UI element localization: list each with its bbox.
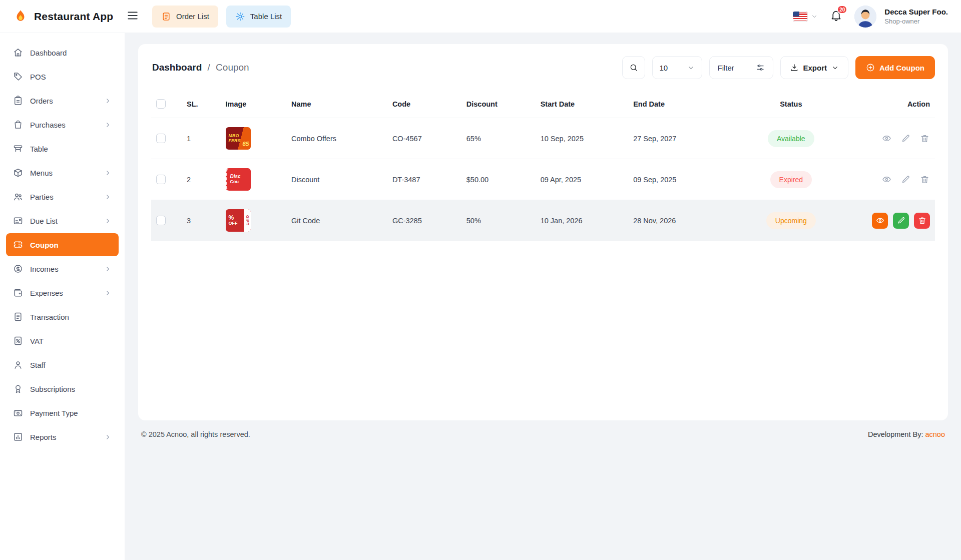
- sidebar-item-table[interactable]: Table: [6, 137, 119, 160]
- sidebar-item-parties[interactable]: Parties: [6, 185, 119, 208]
- coupon-discount: 50%: [466, 217, 481, 225]
- col-sl: SL.: [182, 92, 220, 118]
- sidebar-item-dashboard[interactable]: Dashboard: [6, 41, 119, 64]
- coupon-code: GC-3285: [392, 217, 422, 225]
- sidebar-item-label: Payment Type: [30, 409, 78, 417]
- table-row[interactable]: 2 Disc Cou Discount DT-3487 $50.00 09 Ap…: [151, 159, 935, 200]
- table-icon: [13, 144, 23, 154]
- export-label: Export: [803, 64, 827, 72]
- sidebar-item-expenses[interactable]: Expenses: [6, 281, 119, 304]
- sidebar-item-label: Menus: [30, 169, 53, 177]
- select-all-checkbox[interactable]: [156, 99, 166, 109]
- sidebar-item-label: Reports: [30, 433, 57, 441]
- order-list-label: Order List: [176, 12, 209, 21]
- sidebar-item-purchases[interactable]: Purchases: [6, 113, 119, 136]
- chevron-right-icon: [104, 265, 112, 273]
- delete-button[interactable]: [914, 213, 930, 229]
- filter-button[interactable]: Filter: [709, 56, 773, 79]
- orders-icon: [13, 96, 23, 106]
- trash-icon: [920, 134, 929, 143]
- sidebar-item-incomes[interactable]: Incomes: [6, 257, 119, 280]
- table-list-label: Table List: [250, 12, 282, 21]
- add-coupon-label: Add Coupon: [879, 64, 924, 72]
- subscriptions-icon: [13, 384, 23, 394]
- coupon-discount: $50.00: [466, 176, 489, 184]
- view-button[interactable]: [872, 213, 888, 229]
- purchases-icon: [13, 120, 23, 130]
- coupon-image: MBO FERS 65: [226, 127, 251, 150]
- payment-icon: [13, 408, 23, 418]
- search-button[interactable]: [622, 56, 645, 79]
- sidebar-item-menus[interactable]: Menus: [6, 161, 119, 184]
- table-row[interactable]: 3 % OFF GIFT Git Code GC-3285 50% 10 Jan…: [151, 200, 935, 241]
- order-document-icon: [161, 12, 171, 22]
- dev-link[interactable]: acnoo: [925, 430, 945, 438]
- sidebar-item-subscriptions[interactable]: Subscriptions: [6, 377, 119, 400]
- sidebar-item-label: Subscriptions: [30, 385, 75, 393]
- breadcrumb-dashboard[interactable]: Dashboard: [152, 62, 202, 73]
- chevron-down-icon: [811, 13, 818, 20]
- transaction-icon: [13, 312, 23, 322]
- col-image: Image: [221, 92, 286, 118]
- plus-circle-icon: [866, 63, 875, 72]
- row-actions: [860, 133, 930, 144]
- coupon-code: DT-3487: [392, 176, 420, 184]
- dashboard-icon: [13, 48, 23, 58]
- view-button[interactable]: [881, 133, 892, 144]
- col-start-date: Start Date: [536, 92, 628, 118]
- search-icon: [629, 63, 638, 72]
- sidebar-item-staff[interactable]: Staff: [6, 353, 119, 376]
- pencil-icon: [897, 216, 905, 225]
- copyright-text: © 2025 Acnoo, all rights reserved.: [141, 430, 250, 438]
- user-avatar[interactable]: [854, 6, 876, 28]
- table-list-button[interactable]: Table List: [226, 6, 291, 28]
- sidebar-item-transaction[interactable]: Transaction: [6, 305, 119, 328]
- app-logo[interactable]: Restaurant App: [12, 9, 126, 24]
- row-checkbox[interactable]: [156, 175, 166, 184]
- menu-toggle-button[interactable]: [126, 9, 139, 24]
- sidebar-item-orders[interactable]: Orders: [6, 89, 119, 112]
- language-selector[interactable]: [793, 12, 818, 22]
- user-role: Shop-owner: [884, 18, 948, 25]
- sidebar-item-payment-type[interactable]: Payment Type: [6, 401, 119, 424]
- status-badge: Upcoming: [766, 212, 816, 229]
- app-header: Restaurant App Order List Table List 20 …: [0, 0, 961, 33]
- order-list-button[interactable]: Order List: [152, 6, 218, 28]
- incomes-icon: [13, 264, 23, 274]
- sidebar-item-due-list[interactable]: Due List: [6, 209, 119, 232]
- sidebar-item-label: VAT: [30, 337, 44, 345]
- table-row[interactable]: 1 MBO FERS 65 Combo Offers CO-4567 65% 1…: [151, 118, 935, 159]
- row-serial: 3: [187, 217, 191, 225]
- sidebar-item-reports[interactable]: Reports: [6, 425, 119, 448]
- export-button[interactable]: Export: [780, 56, 849, 79]
- delete-button[interactable]: [919, 133, 930, 144]
- coupon-name: Combo Offers: [291, 135, 336, 143]
- restaurant-logo-icon: [12, 9, 29, 24]
- main-content: Dashboard / Coupon 10 Filter Export: [125, 33, 961, 560]
- add-coupon-button[interactable]: Add Coupon: [855, 56, 935, 79]
- sidebar-item-label: Purchases: [30, 121, 66, 129]
- sidebar-item-label: Incomes: [30, 265, 59, 273]
- dev-by-text: Development By:: [868, 430, 923, 438]
- notifications-button[interactable]: 20: [830, 9, 842, 24]
- sidebar-item-vat[interactable]: VAT: [6, 329, 119, 352]
- edit-button[interactable]: [893, 213, 909, 229]
- view-button[interactable]: [881, 174, 892, 185]
- user-menu[interactable]: Decca Super Foo. Shop-owner: [884, 8, 948, 25]
- per-page-select[interactable]: 10: [652, 56, 702, 79]
- chevron-right-icon: [104, 121, 112, 129]
- sidebar-item-pos[interactable]: POS: [6, 65, 119, 88]
- sidebar-item-coupon[interactable]: Coupon: [6, 233, 119, 256]
- row-checkbox[interactable]: [156, 216, 166, 225]
- sliders-icon: [756, 63, 765, 72]
- row-checkbox[interactable]: [156, 134, 166, 143]
- coupon-name: Git Code: [291, 217, 320, 225]
- coupon-icon: [13, 240, 23, 250]
- edit-button[interactable]: [900, 174, 911, 185]
- sidebar-item-label: Transaction: [30, 313, 69, 321]
- edit-button[interactable]: [900, 133, 911, 144]
- sidebar-item-label: Orders: [30, 97, 53, 105]
- chevron-right-icon: [104, 289, 112, 297]
- delete-button[interactable]: [919, 174, 930, 185]
- download-icon: [790, 63, 799, 72]
